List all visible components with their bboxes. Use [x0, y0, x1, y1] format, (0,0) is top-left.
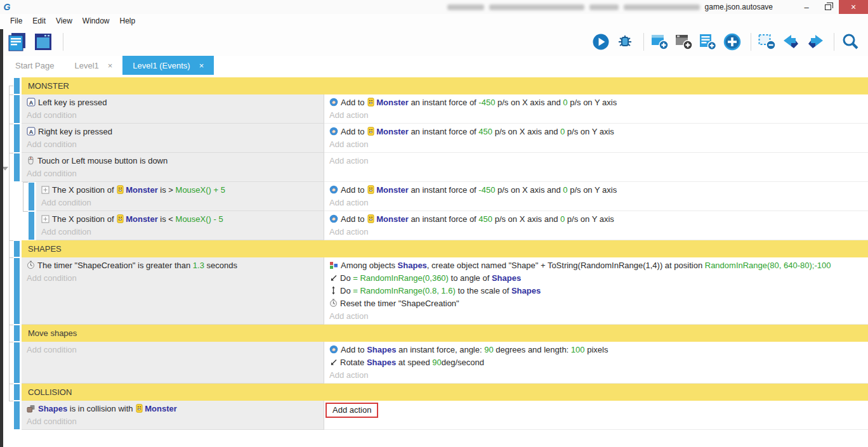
- monster-icon: [367, 214, 374, 223]
- debug-button[interactable]: [616, 32, 636, 52]
- minimize-button[interactable]: –: [796, 0, 817, 14]
- condition-line[interactable]: ARight key is pressed: [22, 126, 324, 138]
- condition-line[interactable]: ALeft key is pressed: [22, 96, 324, 109]
- conditions-cell: The timer "ShapeCreation" is greater tha…: [22, 257, 324, 325]
- event-selection-bar[interactable]: [14, 342, 20, 383]
- event-row[interactable]: Add conditionAdd to Shapes an instant fo…: [0, 342, 868, 384]
- add-action-link[interactable]: Add action: [324, 109, 868, 122]
- add-action-link[interactable]: Add action: [324, 197, 868, 209]
- add-subevent-button[interactable]: [675, 32, 695, 52]
- group-row-monster[interactable]: MONSTER: [0, 77, 868, 94]
- add-action-highlighted[interactable]: Add action: [326, 403, 378, 418]
- window-title-text: game.json.autosave: [705, 3, 773, 11]
- tab-label: Level1: [74, 61, 98, 70]
- toolbar-separator: [751, 33, 751, 51]
- event-row[interactable]: Touch or Left mouse button is downAdd co…: [0, 153, 868, 182]
- project-manager-button[interactable]: [9, 32, 29, 52]
- menu-item-view[interactable]: View: [51, 15, 77, 27]
- action-line[interactable]: Among objects Shapes, create object name…: [324, 259, 868, 272]
- action-line[interactable]: Add to Monster an instant force of -450 …: [324, 184, 868, 197]
- condition-line[interactable]: The timer "ShapeCreation" is greater tha…: [22, 259, 324, 272]
- event-row[interactable]: The X position of Monster is < MouseX() …: [0, 211, 868, 240]
- add-action-link[interactable]: Add action: [324, 155, 868, 167]
- tab-level1-events-[interactable]: Level1 (Events)×: [122, 56, 214, 75]
- add-comment-button[interactable]: [699, 32, 720, 52]
- event-row[interactable]: Shapes is in collision with MonsterAdd c…: [0, 401, 868, 430]
- add-condition-link[interactable]: Add condition: [22, 344, 324, 356]
- text-segment: p/s on X axis and: [495, 98, 563, 107]
- action-line[interactable]: Add to Shapes an instant force, angle: 9…: [324, 344, 868, 356]
- event-selection-bar[interactable]: [29, 212, 34, 240]
- add-condition-link[interactable]: Add condition: [36, 226, 324, 238]
- tab-start-page[interactable]: Start Page: [5, 56, 64, 75]
- tab-close-icon[interactable]: ×: [108, 61, 113, 70]
- expression-value: 90: [432, 358, 441, 367]
- add-condition-link[interactable]: Add condition: [36, 197, 324, 209]
- event-selection-bar[interactable]: [14, 401, 20, 429]
- add-condition-link[interactable]: Add condition: [22, 109, 324, 122]
- condition-line[interactable]: Touch or Left mouse button is down: [22, 155, 324, 167]
- tab-level1[interactable]: Level1×: [64, 56, 122, 75]
- search-button[interactable]: [841, 32, 862, 52]
- conditions-cell: Add condition: [22, 342, 324, 384]
- menu-item-file[interactable]: File: [5, 15, 27, 27]
- add-action-link[interactable]: Add action: [324, 310, 868, 323]
- event-row[interactable]: ALeft key is pressedAdd conditionAdd to …: [0, 94, 868, 124]
- action-line[interactable]: Add to Monster an instant force of 450 p…: [324, 213, 868, 226]
- add-condition-link[interactable]: Add condition: [22, 138, 324, 151]
- event-row[interactable]: ARight key is pressedAdd conditionAdd to…: [0, 124, 868, 153]
- actions-cell: Add action: [324, 401, 868, 430]
- text-segment: is <: [158, 214, 176, 224]
- action-line[interactable]: Add to Monster an instant force of 450 p…: [324, 126, 868, 138]
- condition-line[interactable]: Shapes is in collision with Monster: [22, 403, 324, 415]
- event-selection-bar[interactable]: [14, 258, 20, 324]
- add-action-link[interactable]: Add action: [324, 138, 868, 151]
- window-controls: – ×: [796, 0, 868, 14]
- event-gutter: [0, 325, 22, 342]
- event-row[interactable]: The timer "ShapeCreation" is greater tha…: [0, 257, 868, 325]
- event-selection-bar[interactable]: [14, 384, 20, 400]
- event-selection-bar[interactable]: [14, 325, 20, 341]
- tab-close-icon[interactable]: ×: [199, 61, 204, 70]
- condition-line[interactable]: The X position of Monster is < MouseX() …: [36, 213, 324, 226]
- event-selection-bar[interactable]: [14, 95, 20, 123]
- event-gutter: [0, 211, 36, 240]
- group-row-collision[interactable]: COLLISION: [0, 384, 868, 401]
- action-line[interactable]: Add to Monster an instant force of -450 …: [324, 96, 868, 109]
- event-row[interactable]: The X position of Monster is > MouseX() …: [0, 182, 868, 211]
- redo-button[interactable]: [806, 32, 827, 52]
- group-row-move-shapes[interactable]: Move shapes: [0, 325, 868, 342]
- action-line[interactable]: Reset the timer "ShapeCreation": [324, 297, 868, 310]
- action-line[interactable]: Do = RandomInRange(0,360) to angle of Sh…: [324, 272, 868, 285]
- add-circle-button[interactable]: [723, 32, 744, 52]
- menu-item-window[interactable]: Window: [77, 15, 115, 27]
- add-action-link[interactable]: Add action: [324, 369, 868, 382]
- scene-editor-button[interactable]: [34, 32, 55, 52]
- action-line[interactable]: Rotate Shapes at speed 90deg/second: [324, 356, 868, 369]
- close-button[interactable]: ×: [839, 0, 868, 14]
- add-event-button[interactable]: [651, 32, 671, 52]
- event-selection-bar[interactable]: [14, 124, 20, 152]
- event-selection-bar[interactable]: [14, 241, 20, 257]
- event-selection-bar[interactable]: [14, 78, 20, 94]
- play-button[interactable]: [592, 32, 612, 52]
- restore-button[interactable]: [817, 0, 839, 14]
- group-row-shapes[interactable]: SHAPES: [0, 240, 868, 257]
- add-condition-link[interactable]: Add condition: [22, 272, 324, 285]
- remove-event-icon: [758, 33, 777, 51]
- object-name: Shapes: [367, 345, 396, 354]
- condition-line[interactable]: The X position of Monster is > MouseX() …: [36, 184, 324, 197]
- add-condition-link[interactable]: Add condition: [22, 167, 324, 180]
- menu-item-help[interactable]: Help: [115, 15, 141, 27]
- text-segment: p/s on X axis and: [492, 127, 560, 136]
- tree-tick: [9, 401, 13, 401]
- undo-button[interactable]: [782, 32, 803, 52]
- event-selection-bar[interactable]: [29, 183, 34, 211]
- remove-event-button[interactable]: [758, 32, 779, 52]
- add-action-link[interactable]: Add action: [324, 226, 868, 238]
- menu-item-edit[interactable]: Edit: [27, 15, 51, 27]
- event-selection-bar[interactable]: [14, 153, 20, 181]
- action-line[interactable]: Do = RandomInRange(0.8, 1.6) to the scal…: [324, 285, 868, 297]
- timer-icon: [329, 299, 338, 308]
- add-condition-link[interactable]: Add condition: [22, 415, 324, 428]
